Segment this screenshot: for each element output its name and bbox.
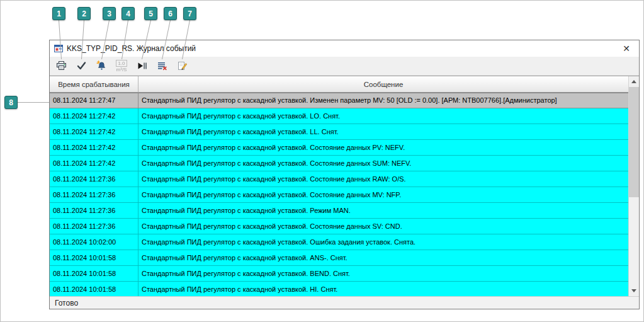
row-message-cell: Стандартный ПИД регулятор с каскадной ус… bbox=[138, 93, 628, 108]
row-message-cell: Стандартный ПИД регулятор с каскадной ус… bbox=[138, 266, 628, 282]
units-button[interactable]: 1.0 m³/S bbox=[113, 58, 130, 74]
edit-comment-button[interactable] bbox=[173, 58, 191, 74]
units-dimension-label: m³/S bbox=[116, 67, 127, 72]
window-titlebar[interactable]: KKS_TYP_PID_RS. Журнал событий ✕ bbox=[50, 40, 639, 57]
play-pause-button[interactable] bbox=[133, 58, 150, 74]
row-message-cell: Стандартный ПИД регулятор с каскадной ус… bbox=[138, 156, 628, 171]
table-row[interactable]: 08.11.2024 11:27:42 Стандартный ПИД регу… bbox=[50, 108, 628, 124]
row-time-cell: 08.11.2024 11:27:36 bbox=[50, 171, 138, 187]
event-table: Время срабатывания Сообщение 08.11.2024 … bbox=[50, 76, 639, 296]
table-row[interactable]: 08.11.2024 10:01:58 Стандартный ПИД регу… bbox=[50, 282, 628, 296]
window-title: KKS_TYP_PID_RS. Журнал событий bbox=[67, 44, 618, 53]
app-icon bbox=[54, 43, 64, 54]
table-row[interactable]: 08.11.2024 11:27:42 Стандартный ПИД регу… bbox=[50, 140, 628, 156]
column-header-time[interactable]: Время срабатывания bbox=[50, 76, 138, 92]
status-text: Готово bbox=[55, 299, 78, 308]
column-header-message[interactable]: Сообщение bbox=[138, 76, 628, 92]
units-value-label: 1.0 bbox=[116, 60, 127, 67]
callout-badge-7: 7 bbox=[183, 7, 196, 20]
confirm-button[interactable] bbox=[72, 58, 90, 74]
screenshot-canvas: 1 2 3 4 5 6 7 8 KKS_TYP_PID_RS. Журнал с… bbox=[0, 0, 644, 322]
event-table-body: 08.11.2024 11:27:47 Стандартный ПИД регу… bbox=[50, 93, 628, 296]
row-message-cell: Стандартный ПИД регулятор с каскадной ус… bbox=[138, 282, 628, 296]
scrollbar-thumb[interactable] bbox=[629, 87, 639, 197]
row-time-cell: 08.11.2024 11:27:42 bbox=[50, 156, 138, 171]
window-close-button[interactable]: ✕ bbox=[618, 42, 635, 55]
row-message-cell: Стандартный ПИД регулятор с каскадной ус… bbox=[138, 108, 628, 124]
callout-badge-2: 2 bbox=[77, 7, 91, 20]
printer-icon bbox=[56, 60, 67, 71]
row-message-cell: Стандартный ПИД регулятор с каскадной ус… bbox=[138, 234, 628, 250]
vertical-scrollbar bbox=[628, 76, 639, 296]
row-message-cell: Стандартный ПИД регулятор с каскадной ус… bbox=[138, 187, 628, 203]
table-header-row: Время срабатывания Сообщение bbox=[50, 76, 628, 93]
callout-badge-4: 4 bbox=[121, 7, 135, 20]
print-button[interactable] bbox=[52, 58, 70, 74]
row-time-cell: 08.11.2024 11:27:36 bbox=[50, 187, 138, 203]
callout-badge-5: 5 bbox=[144, 7, 157, 20]
row-time-cell: 08.11.2024 10:01:58 bbox=[50, 250, 138, 266]
arrow-up-icon bbox=[631, 80, 636, 83]
event-filter-button[interactable] bbox=[153, 58, 171, 74]
row-message-cell: Стандартный ПИД регулятор с каскадной ус… bbox=[138, 219, 628, 234]
row-time-cell: 08.11.2024 11:27:47 bbox=[50, 93, 138, 108]
edit-pencil-icon bbox=[177, 60, 188, 71]
scrollbar-track[interactable] bbox=[629, 87, 639, 285]
scroll-down-button[interactable] bbox=[629, 285, 639, 296]
units-icon: 1.0 m³/S bbox=[116, 60, 127, 72]
callout-badge-8: 8 bbox=[4, 96, 18, 109]
event-filter-icon bbox=[157, 60, 167, 71]
table-row[interactable]: 08.11.2024 11:27:47 Стандартный ПИД регу… bbox=[50, 93, 628, 108]
arrow-down-icon bbox=[631, 289, 636, 292]
table-row[interactable]: 08.11.2024 11:27:36 Стандартный ПИД регу… bbox=[50, 219, 628, 234]
table-row[interactable]: 08.11.2024 10:01:58 Стандартный ПИД регу… bbox=[50, 266, 628, 282]
toolbar: 1.0 m³/S bbox=[50, 57, 639, 76]
row-time-cell: 08.11.2024 11:27:42 bbox=[50, 108, 138, 124]
event-log-window: KKS_TYP_PID_RS. Журнал событий ✕ bbox=[49, 40, 640, 309]
table-row[interactable]: 08.11.2024 11:27:36 Стандартный ПИД регу… bbox=[50, 187, 628, 203]
row-message-cell: Стандартный ПИД регулятор с каскадной ус… bbox=[138, 171, 628, 187]
callout-badge-3: 3 bbox=[103, 7, 116, 20]
callout-badge-6: 6 bbox=[164, 7, 177, 20]
status-bar: Готово bbox=[50, 296, 639, 309]
table-row[interactable]: 08.11.2024 11:27:36 Стандартный ПИД регу… bbox=[50, 171, 628, 187]
table-row[interactable]: 08.11.2024 11:27:42 Стандартный ПИД регу… bbox=[50, 124, 628, 140]
checkmark-icon bbox=[76, 60, 87, 71]
row-time-cell: 08.11.2024 10:01:58 bbox=[50, 282, 138, 296]
table-row[interactable]: 08.11.2024 10:02:00 Стандартный ПИД регу… bbox=[50, 234, 628, 250]
scroll-up-button[interactable] bbox=[629, 76, 639, 87]
row-time-cell: 08.11.2024 10:02:00 bbox=[50, 234, 138, 250]
table-row[interactable]: 08.11.2024 11:27:42 Стандартный ПИД регу… bbox=[50, 156, 628, 171]
row-message-cell: Стандартный ПИД регулятор с каскадной ус… bbox=[138, 140, 628, 156]
row-message-cell: Стандартный ПИД регулятор с каскадной ус… bbox=[138, 124, 628, 140]
row-time-cell: 08.11.2024 11:27:42 bbox=[50, 140, 138, 156]
event-grid: Время срабатывания Сообщение 08.11.2024 … bbox=[50, 76, 628, 296]
table-row[interactable]: 08.11.2024 11:27:36 Стандартный ПИД регу… bbox=[50, 203, 628, 219]
callout-badge-1: 1 bbox=[52, 7, 65, 20]
row-time-cell: 08.11.2024 11:27:42 bbox=[50, 124, 138, 140]
row-message-cell: Стандартный ПИД регулятор с каскадной ус… bbox=[138, 203, 628, 219]
alarm-settings-button[interactable] bbox=[93, 58, 110, 74]
row-time-cell: 08.11.2024 11:27:36 bbox=[50, 219, 138, 234]
row-time-cell: 08.11.2024 11:27:36 bbox=[50, 203, 138, 219]
row-message-cell: Стандартный ПИД регулятор с каскадной ус… bbox=[138, 250, 628, 266]
table-row[interactable]: 08.11.2024 10:01:58 Стандартный ПИД регу… bbox=[50, 250, 628, 266]
row-time-cell: 08.11.2024 10:01:58 bbox=[50, 266, 138, 282]
play-pause-icon bbox=[137, 60, 147, 71]
alarm-settings-icon bbox=[96, 60, 107, 71]
